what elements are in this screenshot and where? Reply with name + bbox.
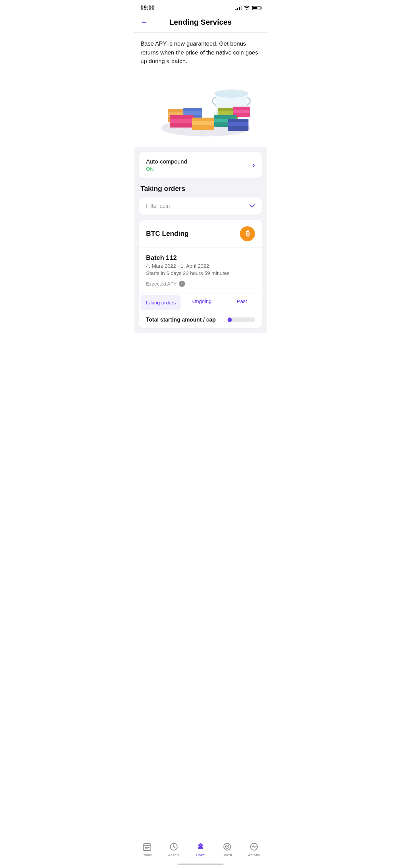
battery-icon [252, 6, 260, 10]
status-bar: 09:00 [134, 0, 267, 14]
hero-illustration [134, 71, 267, 147]
gray-section: Auto-compound ON › Taking orders Filter … [134, 147, 267, 333]
svg-rect-23 [192, 124, 214, 130]
svg-rect-34 [214, 115, 236, 119]
total-amount-row: Total starting amount / cap [139, 312, 262, 328]
svg-rect-20 [170, 122, 194, 128]
signal-bars-icon [235, 5, 242, 10]
auto-compound-info: Auto-compound ON [146, 158, 187, 172]
btc-coin-icon: ₿ [240, 226, 255, 241]
svg-rect-35 [228, 125, 248, 131]
wifi-icon [244, 5, 250, 11]
status-icons [235, 5, 260, 11]
total-amount-label: Total starting amount / cap [146, 317, 216, 323]
filter-coin-placeholder: Filter coin [146, 203, 170, 209]
cap-progress-fill [228, 317, 232, 322]
taking-orders-section-title: Taking orders [139, 185, 262, 193]
tab-taking-orders[interactable]: Taking orders [141, 295, 181, 310]
cap-progress-bar [228, 317, 255, 322]
expected-apy-label: Expected APY [146, 281, 177, 287]
filter-chevron-down-icon [250, 203, 255, 209]
description-text: Base APY is now guaranteed. Get bonus re… [134, 33, 267, 71]
tab-past[interactable]: Past [222, 293, 262, 312]
auto-compound-label: Auto-compound [146, 158, 187, 165]
back-button[interactable]: ← [141, 18, 148, 27]
auto-compound-card[interactable]: Auto-compound ON › [139, 152, 262, 178]
auto-compound-status: ON [146, 166, 187, 172]
svg-rect-37 [228, 119, 248, 122]
expected-apy-row: Expected APY i [146, 281, 255, 287]
svg-rect-24 [192, 120, 214, 125]
svg-rect-19 [183, 108, 202, 111]
status-time: 09:00 [141, 5, 155, 11]
lending-card-header: BTC Lending ₿ [139, 220, 262, 248]
batch-starts-in: Starts in 6 days 22 hours 59 minutes [146, 270, 255, 276]
svg-rect-21 [170, 118, 194, 123]
svg-rect-25 [192, 118, 214, 121]
filter-coin-dropdown[interactable]: Filter coin [139, 197, 262, 215]
auto-compound-chevron-right-icon: › [253, 161, 255, 169]
tab-ongoing[interactable]: Ongoing [182, 293, 222, 312]
batch-tabs: Taking orders Ongoing Past [139, 293, 262, 312]
lending-card-title: BTC Lending [146, 230, 189, 238]
page-title: Lending Services [169, 18, 232, 27]
batch-date-range: 4. März 2022 - 1. April 2022 [146, 263, 255, 269]
svg-rect-31 [233, 107, 250, 110]
info-icon[interactable]: i [179, 281, 185, 287]
btc-lending-card: BTC Lending ₿ Batch 112 4. März 2022 - 1… [139, 220, 262, 328]
svg-rect-22 [170, 115, 194, 119]
lending-card-body: Batch 112 4. März 2022 - 1. April 2022 S… [139, 248, 262, 293]
batch-number: Batch 112 [146, 254, 255, 262]
page-header: ← Lending Services [134, 14, 267, 32]
